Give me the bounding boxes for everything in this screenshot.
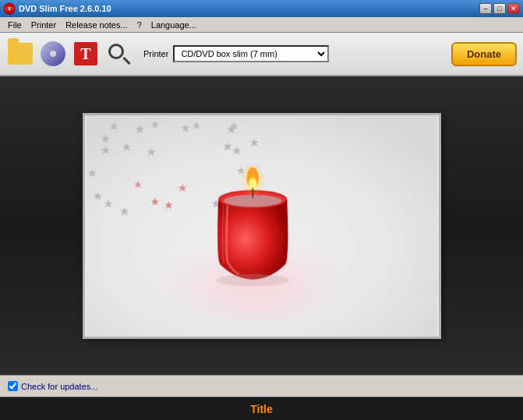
disc-button[interactable] — [39, 40, 67, 68]
window-title: DVD Slim Free 2.6.0.10 — [19, 4, 111, 13]
status-bar: Title — [0, 397, 523, 420]
menu-help[interactable]: ? — [133, 19, 147, 31]
text-button[interactable]: T — [72, 40, 100, 68]
minimize-button[interactable]: – — [479, 3, 492, 14]
printer-label: Printer — [143, 49, 168, 58]
folder-icon — [8, 43, 33, 65]
title-bar-left: DVD Slim Free 2.6.0.10 — [3, 2, 111, 15]
printer-select[interactable]: CD/DVD box slim (7 mm) CD/DVD box standa… — [173, 45, 329, 62]
check-updates-label[interactable]: Check for updates... — [8, 381, 97, 391]
menu-release-notes[interactable]: Release notes... — [61, 19, 133, 31]
maximize-button[interactable]: □ — [493, 3, 506, 14]
title-bar: DVD Slim Free 2.6.0.10 – □ ✕ — [0, 0, 523, 17]
text-icon: T — [74, 42, 97, 65]
donate-button[interactable]: Donate — [451, 42, 517, 66]
menu-file[interactable]: File — [3, 19, 27, 31]
menu-bar: File Printer Release notes... ? Language… — [0, 17, 523, 33]
menu-language[interactable]: Language... — [147, 19, 201, 31]
main-area — [0, 76, 523, 375]
disc-icon — [41, 41, 65, 66]
svg-point-39 — [216, 274, 289, 286]
app-icon — [3, 2, 16, 15]
bottom-bar: Check for updates... — [0, 375, 523, 397]
magnifier-icon — [107, 42, 130, 65]
search-button[interactable] — [104, 40, 133, 68]
close-button[interactable]: ✕ — [507, 3, 520, 14]
preview-inner — [85, 115, 439, 337]
status-title: Title — [250, 403, 273, 415]
menu-printer[interactable]: Printer — [27, 19, 61, 31]
candle-image — [85, 115, 439, 337]
toolbar: T Printer CD/DVD box slim (7 mm) CD/DVD … — [0, 33, 523, 76]
image-preview — [83, 113, 441, 339]
window-controls: – □ ✕ — [479, 3, 520, 14]
check-updates-checkbox[interactable] — [8, 381, 18, 391]
check-updates-text: Check for updates... — [21, 382, 97, 391]
open-folder-button[interactable] — [6, 40, 34, 68]
svg-point-1 — [8, 7, 11, 10]
